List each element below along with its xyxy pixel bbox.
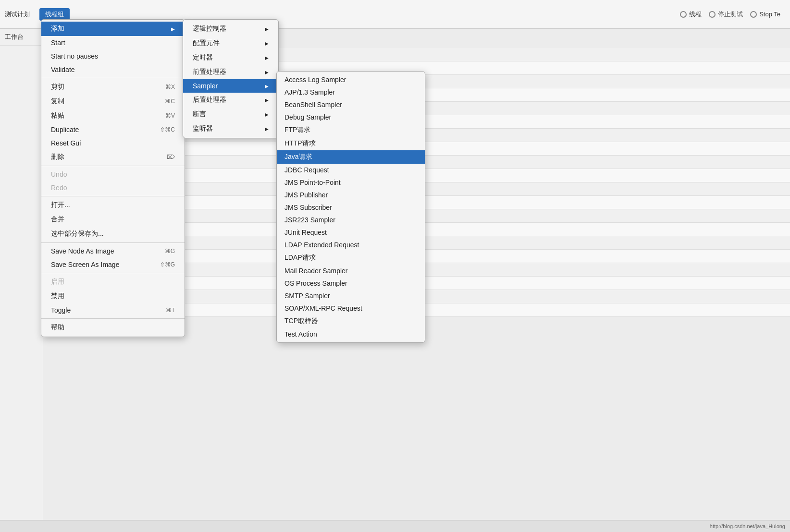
sampler-http-label: HTTP请求 [284, 139, 316, 148]
menu-item-undo[interactable]: Undo [41, 168, 185, 181]
divider-1 [41, 78, 185, 78]
submenu-logic-controller-arrow: ▶ [265, 26, 269, 32]
menu-item-start-no-pauses[interactable]: Start no pauses [41, 49, 185, 63]
sampler-jms-ptp[interactable]: JMS Point-to-Point [277, 176, 425, 189]
sampler-http[interactable]: HTTP请求 [277, 137, 425, 150]
sampler-ajp-label: AJP/1.3 Sampler [284, 88, 335, 96]
menu-item-paste-shortcut: ⌘V [165, 112, 175, 119]
sampler-java[interactable]: Java请求 [277, 150, 425, 164]
sampler-soap-xml[interactable]: SOAP/XML-RPC Request [277, 302, 425, 314]
sampler-tcp[interactable]: TCP取样器 [277, 314, 425, 328]
menu-item-copy-shortcut: ⌘C [165, 98, 175, 105]
sampler-debug[interactable]: Debug Sampler [277, 111, 425, 123]
submenu-config-element-arrow: ▶ [265, 41, 269, 46]
submenu-sampler[interactable]: Sampler ▶ [183, 79, 278, 93]
sampler-os-process[interactable]: OS Process Sampler [277, 277, 425, 290]
radio-thread[interactable]: 线程 [680, 10, 702, 19]
menu-item-merge-label: 合并 [51, 215, 64, 224]
sampler-beanshell[interactable]: BeanShell Sampler [277, 98, 425, 111]
sampler-jdbc[interactable]: JDBC Request [277, 164, 425, 176]
sampler-ldap[interactable]: LDAP请求 [277, 251, 425, 265]
menu-item-save-screen-image-label: Save Screen As Image [51, 261, 119, 268]
sampler-ajp[interactable]: AJP/1.3 Sampler [277, 86, 425, 98]
submenu-listener-label: 监听器 [193, 124, 213, 133]
footer-bar: http://blog.csdn.net/java_Hulong [0, 520, 790, 532]
sampler-debug-label: Debug Sampler [284, 113, 331, 121]
sampler-beanshell-label: BeanShell Sampler [284, 101, 342, 109]
menu-item-add[interactable]: 添加 ▶ [41, 22, 185, 36]
radio-stop-label: 停止测试 [718, 10, 743, 19]
menu-item-open[interactable]: 打开... [41, 198, 185, 212]
menu-item-duplicate[interactable]: Duplicate ⇧⌘C [41, 123, 185, 136]
submenu-post-processor-label: 后置处理器 [193, 96, 226, 104]
radio-stoppe-label: Stop Te [759, 11, 780, 18]
menu-item-copy[interactable]: 复制 ⌘C [41, 94, 185, 109]
menu-item-cut[interactable]: 剪切 ⌘X [41, 80, 185, 94]
sampler-junit-label: JUnit Request [284, 229, 327, 236]
submenu-pre-processor[interactable]: 前置处理器 ▶ [183, 65, 278, 79]
menu-item-disable-label: 禁用 [51, 292, 64, 301]
menu-item-validate[interactable]: Validate [41, 63, 185, 76]
submenu-config-element[interactable]: 配置元件 ▶ [183, 36, 278, 50]
app-title: 测试计划 [5, 10, 30, 19]
submenu-pre-processor-arrow: ▶ [265, 70, 269, 75]
sampler-ldap-extended[interactable]: LDAP Extended Request [277, 239, 425, 251]
menu-item-save-node-image-label: Save Node As Image [51, 247, 114, 255]
radio-stop-te[interactable]: Stop Te [750, 11, 780, 18]
sampler-jms-publisher[interactable]: JMS Publisher [277, 189, 425, 201]
sampler-java-label: Java请求 [284, 153, 312, 161]
submenu-assertion-arrow: ▶ [265, 112, 269, 117]
toolbar-tab[interactable]: 线程组 [39, 8, 70, 21]
submenu-post-processor[interactable]: 后置处理器 ▶ [183, 93, 278, 107]
sampler-mail-reader[interactable]: Mail Reader Sampler [277, 265, 425, 277]
sampler-junit[interactable]: JUnit Request [277, 226, 425, 239]
sampler-access-log[interactable]: Access Log Sampler [277, 73, 425, 86]
menu-item-enable[interactable]: 启用 [41, 275, 185, 289]
submenu-timer-label: 定时器 [193, 53, 213, 62]
radio-circle-stoppe [750, 11, 757, 18]
divider-3 [41, 196, 185, 196]
menu-item-help-label: 帮助 [51, 323, 64, 332]
submenu-assertion[interactable]: 断言 ▶ [183, 107, 278, 121]
menu-item-delete[interactable]: 删除 ⌦ [41, 150, 185, 164]
submenu-timer[interactable]: 定时器 ▶ [183, 50, 278, 65]
sampler-smtp[interactable]: SMTP Sampler [277, 290, 425, 302]
submenu-listener[interactable]: 监听器 ▶ [183, 121, 278, 136]
menu-item-merge[interactable]: 合并 [41, 212, 185, 227]
sampler-jsr223[interactable]: JSR223 Sampler [277, 214, 425, 226]
sampler-jdbc-label: JDBC Request [284, 166, 329, 174]
radio-thread-label: 线程 [689, 10, 702, 19]
menu-item-toggle-shortcut: ⌘T [166, 307, 175, 314]
menu-item-redo[interactable]: Redo [41, 181, 185, 194]
sampler-jms-subscriber[interactable]: JMS Subscriber [277, 201, 425, 214]
sampler-ftp[interactable]: FTP请求 [277, 123, 425, 137]
sidebar-item-workbench[interactable]: 工作台 [0, 29, 43, 46]
menu-item-disable[interactable]: 禁用 [41, 289, 185, 303]
submenu-sampler-label: Sampler [193, 82, 218, 90]
sampler-os-process-label: OS Process Sampler [284, 279, 347, 287]
menu-item-copy-label: 复制 [51, 97, 64, 106]
menu-item-toggle-label: Toggle [51, 306, 71, 314]
menu-item-delete-label: 删除 [51, 153, 64, 161]
sampler-ldap-label: LDAP请求 [284, 254, 316, 262]
menu-item-reset-gui-label: Reset Gui [51, 139, 81, 147]
menu-item-save-selection[interactable]: 选中部分保存为... [41, 227, 185, 241]
menu-item-save-screen-image-shortcut: ⇧⌘G [160, 261, 175, 268]
menu-item-cut-label: 剪切 [51, 83, 64, 91]
menu-item-save-screen-image[interactable]: Save Screen As Image ⇧⌘G [41, 258, 185, 271]
menu-item-start[interactable]: Start [41, 36, 185, 49]
menu-item-save-node-image-shortcut: ⌘G [165, 248, 175, 254]
submenu-timer-arrow: ▶ [265, 55, 269, 60]
menu-item-toggle[interactable]: Toggle ⌘T [41, 303, 185, 317]
radio-stop-test[interactable]: 停止测试 [709, 10, 743, 19]
menu-item-add-label: 添加 [51, 24, 64, 33]
menu-item-help[interactable]: 帮助 [41, 320, 185, 335]
submenu-logic-controller[interactable]: 逻辑控制器 ▶ [183, 22, 278, 36]
sampler-jsr223-label: JSR223 Sampler [284, 216, 335, 224]
menu-item-cut-shortcut: ⌘X [165, 84, 175, 90]
menu-item-save-node-image[interactable]: Save Node As Image ⌘G [41, 244, 185, 258]
sampler-test-action[interactable]: Test Action [277, 328, 425, 340]
menu-item-paste[interactable]: 粘贴 ⌘V [41, 109, 185, 123]
menu-item-reset-gui[interactable]: Reset Gui [41, 136, 185, 150]
sampler-mail-reader-label: Mail Reader Sampler [284, 267, 348, 275]
